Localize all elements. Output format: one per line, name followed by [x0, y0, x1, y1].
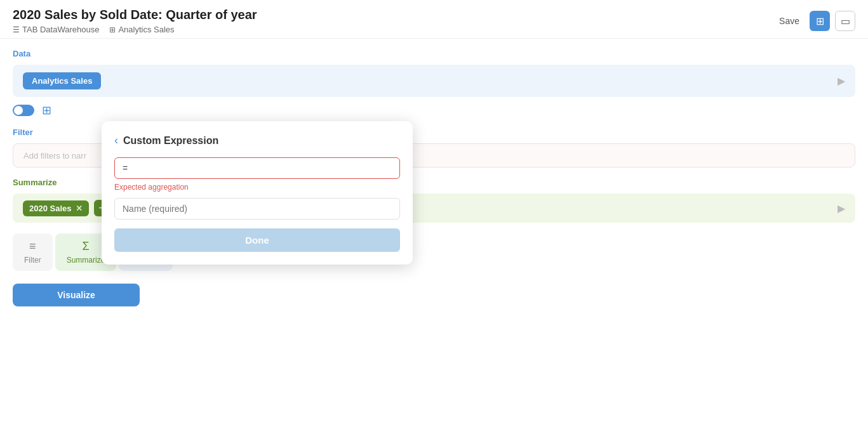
data-section-label: Data: [13, 49, 855, 58]
breadcrumb-analytics-label: Analytics Sales: [118, 25, 174, 34]
metric-tag-close[interactable]: ✕: [76, 204, 83, 213]
expression-error: Expected aggregation: [114, 183, 400, 192]
save-button[interactable]: Save: [774, 13, 805, 29]
table-icon: ☰: [13, 25, 20, 34]
modal-header: ‹ Custom Expression: [114, 134, 400, 147]
add-filter-placeholder: Add filters to narr: [23, 151, 86, 161]
back-arrow-icon[interactable]: ‹: [114, 134, 118, 147]
filter-toolbar-button[interactable]: ≡ Filter: [13, 233, 53, 271]
data-source-box: Analytics Sales ▶: [13, 65, 855, 97]
grid-view-button[interactable]: ⊞: [810, 11, 830, 31]
breadcrumb-analytics[interactable]: ⊞ Analytics Sales: [109, 25, 174, 34]
breadcrumb-warehouse-label: TAB DataWarehouse: [22, 25, 99, 34]
toggle-knob: [14, 106, 23, 115]
summarize-grid-icon[interactable]: ⊞: [42, 103, 51, 117]
summarize-arrow-icon: ▶: [838, 202, 845, 214]
breadcrumb-warehouse[interactable]: ☰ TAB DataWarehouse: [13, 25, 99, 34]
filter-toolbar-label: Filter: [24, 256, 41, 265]
analytics-sales-button[interactable]: Analytics Sales: [23, 72, 101, 89]
data-section: Data Analytics Sales ▶ ⊞: [13, 49, 855, 117]
metric-tag[interactable]: 2020 Sales ✕: [23, 200, 89, 216]
data-arrow-icon: ▶: [838, 75, 845, 87]
modal-title: Custom Expression: [123, 135, 218, 147]
grid-breadcrumb-icon: ⊞: [109, 25, 116, 34]
visualize-button[interactable]: Visualize: [13, 284, 140, 306]
done-button[interactable]: Done: [114, 228, 400, 252]
name-input[interactable]: [114, 198, 400, 220]
filter-toolbar-icon: ≡: [29, 240, 36, 253]
toggle-row: ⊞: [13, 103, 855, 117]
toggle-switch[interactable]: [13, 105, 34, 116]
expression-input[interactable]: [114, 157, 400, 179]
summarize-toolbar-icon: Σ: [82, 240, 89, 253]
layout-button[interactable]: ▭: [835, 11, 855, 31]
custom-expression-modal: ‹ Custom Expression Expected aggregation…: [102, 121, 413, 265]
modal-overlay: ‹ Custom Expression Expected aggregation…: [102, 121, 413, 265]
summarize-toolbar-label: Summarize: [67, 256, 105, 265]
metric-tag-label: 2020 Sales: [29, 204, 72, 213]
page-title: 2020 Sales by Sold Date: Quarter of year: [13, 8, 257, 22]
